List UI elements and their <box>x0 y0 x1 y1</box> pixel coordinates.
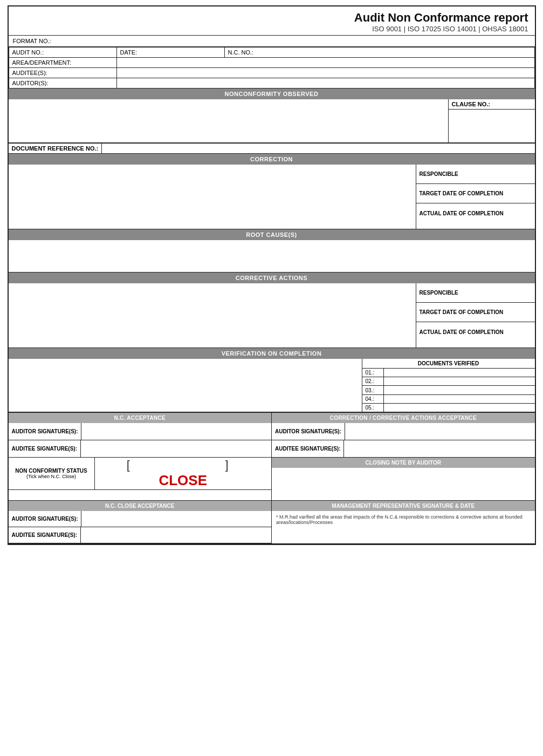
clause-box: CLAUSE NO.: <box>449 99 535 142</box>
date-label: DATE: <box>116 47 224 58</box>
nc-close-header: N.C. CLOSE ACCEPTANCE <box>9 501 272 511</box>
info-table: AUDIT NO.: DATE: N.C. NO.: AREA/DEPARTME… <box>9 47 535 88</box>
close-text: CLOSE <box>159 472 207 489</box>
corr-auditor-sig-value <box>345 423 535 440</box>
mgmt-rep-right: MANAGEMENT REPRESENTATIVE SIGNATURE & DA… <box>272 501 535 543</box>
nc-auditor-sig-row: AUDITOR SIGNATURE(S): <box>9 423 272 440</box>
closing-note-header: CLOSING NOTE BY AUDITOR <box>272 458 535 468</box>
doc-num-5: 05.: <box>362 404 384 412</box>
nc-close-section: N.C. CLOSE ACCEPTANCE AUDITOR SIGNATURE(… <box>9 501 535 544</box>
nc-close-auditee-value <box>81 527 271 543</box>
nonconformity-section: NONCONFORMITY OBSERVED CLAUSE NO.: <box>9 88 535 143</box>
corrective-acceptance: CORRECTION / CORRECTIVE ACTIONS ACCEPTAN… <box>272 413 535 500</box>
actual-date1-label: ACTUAL DATE OF COMPLETION <box>416 203 535 223</box>
closing-note-section: CLOSING NOTE BY AUDITOR <box>272 458 535 500</box>
doc-row-4: 04.: <box>362 395 535 404</box>
correction-header: CORRECTION <box>9 154 535 165</box>
doc-row-2: 02.: <box>362 377 535 386</box>
correction-section: CORRECTION RESPONCIBLE TARGET DATE OF CO… <box>9 154 535 229</box>
nonconformity-main <box>9 99 449 142</box>
audit-no-label: AUDIT NO.: <box>9 47 116 58</box>
doc-val-1 <box>384 369 535 377</box>
auditors-label: AUDITOR(S): <box>9 78 116 88</box>
nc-acceptance-header: N.C. ACCEPTANCE <box>9 413 272 423</box>
doc-val-5 <box>384 404 535 412</box>
corrective-actions-header: CORRECTIVE ACTIONS <box>9 273 535 283</box>
format-row: FORMAT NO.: <box>9 36 535 47</box>
corr-auditee-sig-label: AUDITEE SIGNATURE(S): <box>272 440 344 457</box>
docs-verified-rows: 01.: 02.: 03.: 04.: <box>362 369 535 412</box>
auditees-value <box>116 68 534 78</box>
nc-no-label: N.C. NO.: <box>224 47 534 58</box>
nonconformity-header: NONCONFORMITY OBSERVED <box>9 88 535 99</box>
doc-val-3 <box>384 386 535 394</box>
page-container: Audit Non Conformance report ISO 9001 | … <box>8 5 536 545</box>
correction-body: RESPONCIBLE TARGET DATE OF COMPLETION AC… <box>9 165 535 229</box>
table-row: AUDIT NO.: DATE: N.C. NO.: <box>9 47 534 58</box>
correction-right: RESPONCIBLE TARGET DATE OF COMPLETION AC… <box>416 165 535 229</box>
corr-auditor-sig-row: AUDITOR SIGNATURE(S): <box>272 423 535 440</box>
doc-num-4: 04.: <box>362 395 384 403</box>
area-dept-value <box>116 58 534 68</box>
format-label: FORMAT NO.: <box>13 38 51 44</box>
verification-main <box>9 359 362 412</box>
corr-auditor-sig-label: AUDITOR SIGNATURE(S): <box>272 423 345 440</box>
header: Audit Non Conformance report ISO 9001 | … <box>9 6 535 36</box>
table-row: AUDITOR(S): <box>9 78 534 88</box>
nc-close-left: N.C. CLOSE ACCEPTANCE AUDITOR SIGNATURE(… <box>9 501 272 543</box>
table-row: AREA/DEPARTMENT: <box>9 58 534 68</box>
doc-ref-label: DOCUMENT REFERENCE NO.: <box>9 144 102 153</box>
root-cause-body <box>9 240 535 273</box>
clause-no-label: CLAUSE NO.: <box>449 99 535 110</box>
doc-val-2 <box>384 377 535 385</box>
nc-auditee-sig-value <box>81 440 271 457</box>
corr-auditee-sig-value <box>344 440 534 457</box>
docs-verified-header: DOCUMENTS VERIFIED <box>362 359 535 369</box>
doc-ref-value <box>102 144 534 153</box>
doc-row-5: 05.: <box>362 404 535 412</box>
corrective-actions-section: CORRECTIVE ACTIONS RESPONCIBLE TARGET DA… <box>9 273 535 348</box>
corrective-body: RESPONCIBLE TARGET DATE OF COMPLETION AC… <box>9 283 535 348</box>
nc-status-label: NON CONFORMITY STATUS (Tick when N.C. Cl… <box>9 458 95 489</box>
target-date1-label: TARGET DATE OF COMPLETION <box>416 184 535 203</box>
auditors-value <box>116 78 534 88</box>
verification-right: DOCUMENTS VERIFIED 01.: 02.: 03.: <box>362 359 535 412</box>
auditees-label: AUDITEE(S): <box>9 68 116 78</box>
mgmt-rep-header: MANAGEMENT REPRESENTATIVE SIGNATURE & DA… <box>272 501 535 511</box>
nc-auditor-sig-label: AUDITOR SIGNATURE(S): <box>9 423 82 440</box>
doc-val-4 <box>384 395 535 403</box>
nc-auditor-sig-value <box>81 423 271 440</box>
doc-row-3: 03.: <box>362 386 535 394</box>
page-title: Audit Non Conformance report <box>15 11 528 25</box>
verification-body: DOCUMENTS VERIFIED 01.: 02.: 03.: <box>9 359 535 413</box>
correction-main <box>9 165 416 229</box>
doc-row-1: 01.: <box>362 369 535 377</box>
closing-note-body <box>272 468 535 500</box>
page-subtitle: ISO 9001 | ISO 17025 ISO 14001 | OHSAS 1… <box>15 25 528 33</box>
clause-no-value <box>449 110 535 142</box>
corrective-acceptance-header: CORRECTION / CORRECTIVE ACTIONS ACCEPTAN… <box>272 413 535 423</box>
nc-auditee-sig-label: AUDITEE SIGNATURE(S): <box>9 440 81 457</box>
bottom-section: N.C. ACCEPTANCE AUDITOR SIGNATURE(S): AU… <box>9 413 535 501</box>
corr-auditee-sig-row: AUDITEE SIGNATURE(S): <box>272 440 535 458</box>
nonconformity-body: CLAUSE NO.: <box>9 99 535 142</box>
nc-status-row: NON CONFORMITY STATUS (Tick when N.C. Cl… <box>9 458 272 490</box>
nc-close-auditee-row: AUDITEE SIGNATURE(S): <box>9 527 272 543</box>
area-dept-label: AREA/DEPARTMENT: <box>9 58 116 68</box>
corrective-main <box>9 283 416 348</box>
nc-close-auditee-label: AUDITEE SIGNATURE(S): <box>9 527 81 543</box>
corrective-right: RESPONCIBLE TARGET DATE OF COMPLETION AC… <box>416 283 535 348</box>
responsible1-label: RESPONCIBLE <box>416 165 535 184</box>
nc-auditee-sig-row: AUDITEE SIGNATURE(S): <box>9 440 272 458</box>
doc-ref-row: DOCUMENT REFERENCE NO.: <box>9 143 535 154</box>
verification-section: VERIFICATION ON COMPLETION DOCUMENTS VER… <box>9 348 535 413</box>
nc-status-value: [ ] CLOSE <box>95 458 272 489</box>
doc-num-3: 03.: <box>362 386 384 394</box>
table-row: AUDITEE(S): <box>9 68 534 78</box>
nc-status-sub: (Tick when N.C. Close) <box>26 474 76 479</box>
root-cause-section: ROOT CAUSE(S) <box>9 229 535 273</box>
actual-date2-label: ACTUAL DATE OF COMPLETION <box>416 322 535 342</box>
root-cause-header: ROOT CAUSE(S) <box>9 229 535 240</box>
nc-status-text: NON CONFORMITY STATUS <box>15 468 87 474</box>
verification-header: VERIFICATION ON COMPLETION <box>9 348 535 359</box>
